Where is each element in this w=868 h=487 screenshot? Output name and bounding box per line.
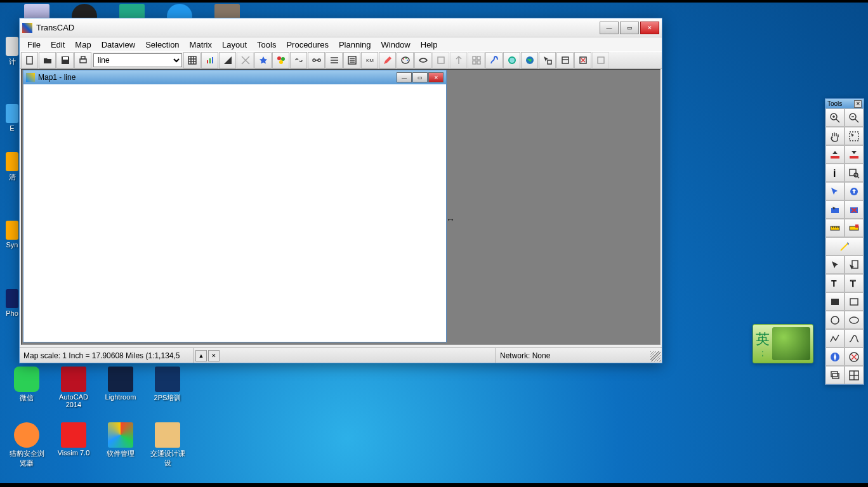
tag-tool[interactable] <box>414 52 431 68</box>
cursor-grid-tool[interactable] <box>539 52 556 68</box>
zoom-out-tool[interactable] <box>845 108 864 127</box>
menu-selection[interactable]: Selection <box>140 39 184 51</box>
clear-select-tool[interactable] <box>845 200 864 219</box>
layers-tool[interactable] <box>825 366 845 384</box>
desktop-icon-autocad[interactable]: AutoCAD 2014 <box>55 367 93 408</box>
tools-titlebar[interactable]: Tools ✕ <box>825 99 864 108</box>
select-rect-tool[interactable] <box>825 200 845 219</box>
compass-tool[interactable] <box>825 347 845 366</box>
s-curve-tool[interactable] <box>485 52 503 68</box>
map-minimize-button[interactable]: — <box>397 72 412 82</box>
circle-outline-tool[interactable] <box>845 311 864 329</box>
zoom-red-left[interactable] <box>825 145 845 164</box>
circle-tool[interactable] <box>503 52 520 68</box>
menu-tools[interactable]: Tools <box>252 39 281 51</box>
svg-point-30 <box>405 58 407 59</box>
chart-button[interactable] <box>201 52 218 68</box>
dataview-button[interactable] <box>183 52 201 68</box>
status-x-button[interactable]: ✕ <box>208 350 220 361</box>
menu-file[interactable]: File <box>22 39 46 51</box>
maximize-button[interactable]: ▭ <box>620 22 639 34</box>
layer-select[interactable]: line <box>93 53 182 67</box>
map-maximize-button[interactable]: ▭ <box>412 72 428 82</box>
globe-tool[interactable] <box>521 52 538 68</box>
desktop-icon-liebao[interactable]: 猎豹安全浏览器 <box>8 422 46 468</box>
pointer-page-tool[interactable] <box>845 256 864 274</box>
zoom-window-tool[interactable] <box>845 127 864 145</box>
menu-layout[interactable]: Layout <box>217 39 252 51</box>
polyline-tool[interactable] <box>825 329 845 347</box>
titlebar[interactable]: TransCAD — ▭ ✕ <box>20 18 662 37</box>
link-tool[interactable] <box>290 52 307 68</box>
select-circle-tool[interactable] <box>845 182 864 200</box>
text-outline-tool[interactable]: T <box>845 274 864 292</box>
zoom-red-right[interactable] <box>845 145 864 164</box>
desktop-icon-lightroom[interactable]: Lightroom <box>102 367 140 401</box>
desktop-icon-traffic[interactable]: 交通设计课设 <box>148 422 187 468</box>
list-tool[interactable] <box>343 52 360 68</box>
star-tool[interactable] <box>254 52 272 68</box>
text-bold-tool[interactable]: T <box>825 274 845 292</box>
km-tool[interactable]: KM <box>361 52 378 68</box>
lines-tool[interactable] <box>326 52 343 68</box>
circle-fill-tool[interactable] <box>825 311 845 329</box>
map-close-button[interactable]: ✕ <box>428 72 444 82</box>
tools-close-button[interactable]: ✕ <box>854 100 862 108</box>
pan-tool[interactable] <box>825 127 845 145</box>
svg-rect-55 <box>850 169 856 176</box>
rect-fill-tool[interactable] <box>825 292 845 311</box>
circles-tool[interactable] <box>272 52 289 68</box>
desktop-icon-wechat[interactable]: 微信 <box>8 367 46 403</box>
menu-map[interactable]: Map <box>70 39 96 51</box>
print-button[interactable] <box>74 52 91 68</box>
status-up-button[interactable]: ▲ <box>195 350 207 361</box>
desktop-icon-software[interactable]: 软件管理 <box>102 422 140 458</box>
save-button[interactable] <box>56 52 74 68</box>
menu-matrix[interactable]: Matrix <box>185 39 217 51</box>
tools-palette[interactable]: Tools ✕ i T T <box>825 98 864 385</box>
open-button[interactable] <box>39 52 56 68</box>
menu-help[interactable]: Help <box>416 39 443 51</box>
desktop-icon-partial[interactable]: 计 <box>5 37 19 67</box>
grid-tool[interactable] <box>845 366 864 384</box>
menu-planning[interactable]: Planning <box>334 39 376 51</box>
minimize-button[interactable]: — <box>600 22 619 34</box>
theme-button[interactable] <box>219 52 236 68</box>
desktop-icon-partial[interactable]: Pho <box>5 289 19 317</box>
menu-edit[interactable]: Edit <box>46 39 70 51</box>
select-arrow-tool[interactable] <box>825 182 845 200</box>
menu-procedures[interactable]: Procedures <box>281 39 333 51</box>
star-single-tool[interactable] <box>825 237 864 256</box>
map-titlebar[interactable]: Map1 - line — ▭ ✕ <box>23 70 446 84</box>
ime-indicator[interactable]: 英 ; <box>753 324 813 363</box>
new-button[interactable] <box>21 52 38 68</box>
info-tool[interactable]: i <box>825 164 845 182</box>
ruler-v-tool[interactable] <box>845 219 864 237</box>
map-canvas[interactable] <box>25 84 445 341</box>
ime-mode-label: 英 <box>756 330 770 349</box>
desktop-icon-partial[interactable]: E <box>5 104 19 132</box>
curve-tool[interactable] <box>845 329 864 347</box>
resize-grip[interactable] <box>650 351 661 361</box>
find-tool[interactable] <box>845 164 864 182</box>
pencil-tool[interactable] <box>379 52 396 68</box>
svg-text:T: T <box>831 278 837 289</box>
svg-rect-4 <box>81 56 85 59</box>
desktop-icon-ps[interactable]: 2PS培训 <box>148 367 187 403</box>
desktop-icon-partial[interactable]: Syn <box>5 221 19 249</box>
rect-outline-tool[interactable] <box>845 292 864 311</box>
menu-dataview[interactable]: Dataview <box>96 39 140 51</box>
ruler-h-tool[interactable] <box>825 219 845 237</box>
zoom-in-tool[interactable] <box>825 108 845 127</box>
node-tool[interactable] <box>308 52 325 68</box>
menu-window[interactable]: Window <box>376 39 416 51</box>
svg-line-57 <box>857 176 859 178</box>
desktop-icon-partial[interactable]: 清 <box>5 152 19 182</box>
db-tool[interactable] <box>556 52 574 68</box>
compass-x-tool[interactable] <box>845 347 864 366</box>
close-button[interactable]: ✕ <box>640 22 659 34</box>
pointer-tool[interactable] <box>825 256 845 274</box>
x-grid-tool[interactable] <box>574 52 591 68</box>
desktop-icon-vissim[interactable]: Vissim 7.0 <box>55 422 93 457</box>
palette-tool[interactable] <box>397 52 414 68</box>
